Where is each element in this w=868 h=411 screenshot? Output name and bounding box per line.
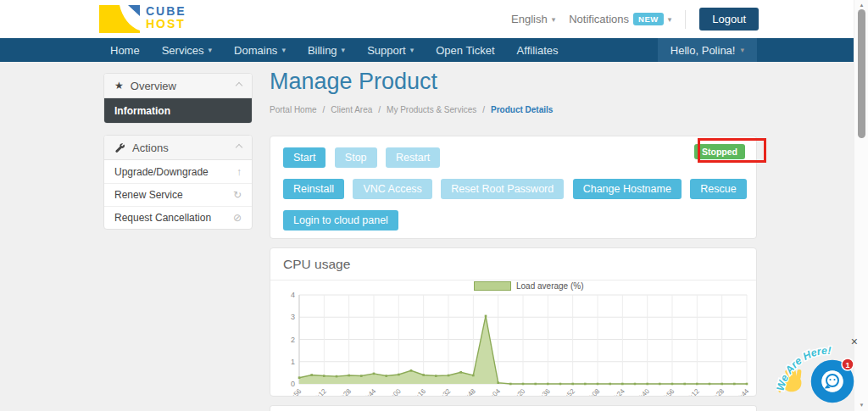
svg-text:10:21:56: 10:21:56 [286, 387, 303, 397]
scroll-up-icon[interactable]: ▲ [854, 3, 868, 8]
sidebar-item-request-cancellation[interactable]: Request Cancellation ⊘ [104, 206, 252, 229]
chat-widget[interactable]: We Are Here! 1 × [776, 332, 865, 410]
svg-text:1: 1 [845, 361, 849, 369]
svg-text:10:23:00: 10:23:00 [378, 387, 403, 397]
brand-line2: HOST [146, 18, 186, 31]
nav-item-affiliates[interactable]: Affiliates [506, 38, 570, 62]
nav-item-open-ticket[interactable]: Open Ticket [425, 38, 505, 62]
new-badge: NEW [633, 13, 664, 25]
overview-panel-header[interactable]: ★ Overview [104, 74, 252, 98]
svg-text:10:22:12: 10:22:12 [303, 387, 328, 397]
chevron-up-icon [236, 82, 242, 89]
cpu-usage-panel: CPU usage Load average (%) 0123410:21:56… [270, 247, 757, 397]
svg-text:10:25:56: 10:25:56 [652, 387, 676, 397]
chevron-up-icon [236, 144, 242, 151]
svg-text:2: 2 [291, 336, 295, 344]
nav-item-services[interactable]: Services▾ [151, 38, 223, 62]
sidebar-item-information[interactable]: Information [104, 98, 252, 123]
chat-notification-badge: 1 [842, 358, 854, 370]
caret-down-icon: ▾ [410, 46, 415, 54]
management-buttons-row: Reinstall VNC Access Reset Root Password… [283, 179, 743, 199]
caret-down-icon: ▾ [668, 15, 672, 24]
svg-text:10:23:32: 10:23:32 [428, 387, 453, 397]
cpu-usage-chart: 0123410:21:5610:22:1210:22:2810:22:4410:… [286, 287, 754, 397]
product-controls-panel: Start Stop Restart Reinstall VNC Access … [270, 136, 757, 239]
language-label: English [511, 13, 548, 25]
scrollbar-thumb[interactable] [858, 9, 865, 138]
svg-text:10:25:24: 10:25:24 [602, 387, 626, 397]
top-header: CUBE HOST English ▾ Notifications NEW ▾ … [0, 0, 854, 38]
next-panel-edge [270, 405, 757, 411]
chat-bubble-icon[interactable] [816, 365, 849, 397]
change-hostname-button[interactable]: Change Hostname [573, 179, 682, 199]
overview-panel: ★ Overview Information [103, 73, 253, 124]
main-navbar: Home Services▾ Domains▾ Billing▾ Support… [0, 38, 854, 62]
language-menu[interactable]: English ▾ [511, 13, 555, 25]
svg-text:10:24:36: 10:24:36 [527, 387, 552, 397]
svg-text:0: 0 [291, 380, 295, 388]
breadcrumb-separator: / [482, 105, 485, 114]
page: CUBE HOST English ▾ Notifications NEW ▾ … [0, 0, 868, 411]
svg-text:10:24:52: 10:24:52 [553, 387, 577, 397]
reset-root-password-button[interactable]: Reset Root Password [441, 179, 564, 199]
notifications-label: Notifications [569, 13, 629, 25]
sidebar-item-upgrade-downgrade[interactable]: Upgrade/Downgrade ↑ [104, 160, 252, 183]
svg-text:10:25:40: 10:25:40 [627, 387, 652, 397]
restart-button[interactable]: Restart [386, 147, 440, 168]
ban-icon: ⊘ [233, 212, 242, 224]
breadcrumb-portal-home[interactable]: Portal Home [270, 105, 317, 114]
user-menu[interactable]: Hello, Polina! ▾ [658, 38, 757, 62]
svg-text:10:26:12: 10:26:12 [676, 387, 701, 397]
breadcrumb-separator: / [323, 105, 326, 114]
caret-down-icon: ▾ [281, 46, 286, 54]
nav-item-domains[interactable]: Domains▾ [223, 38, 297, 62]
vnc-access-button[interactable]: VNC Access [353, 179, 431, 199]
caret-down-icon: ▾ [209, 46, 213, 54]
breadcrumb-separator: / [378, 105, 381, 114]
svg-text:4: 4 [291, 291, 295, 299]
page-title: Manage Product [270, 69, 437, 95]
content-area: ★ Overview Information Actions Upgrade/D… [0, 62, 854, 411]
caret-down-icon: ▾ [552, 15, 556, 24]
cubehost-logo-icon[interactable] [99, 5, 142, 33]
power-buttons-row: Start Stop Restart [283, 147, 743, 168]
login-cloud-panel-button[interactable]: Login to cloud panel [283, 210, 398, 230]
breadcrumb-client-area[interactable]: Client Area [331, 105, 372, 114]
nav-item-billing[interactable]: Billing▾ [297, 38, 356, 62]
breadcrumb-product-details[interactable]: Product Details [491, 105, 553, 114]
breadcrumb: Portal Home / Client Area / My Products … [270, 105, 553, 114]
brand-line1: CUBE [146, 5, 186, 18]
wrench-icon [114, 142, 125, 153]
svg-text:10:26:28: 10:26:28 [702, 387, 726, 397]
svg-text:10:22:28: 10:22:28 [329, 387, 353, 397]
panel-buttons-row: Login to cloud panel [283, 210, 743, 230]
star-icon: ★ [114, 80, 124, 92]
svg-text:10:22:44: 10:22:44 [353, 387, 378, 397]
logout-button[interactable]: Logout [699, 8, 759, 31]
svg-text:10:24:04: 10:24:04 [478, 387, 503, 397]
sidebar-item-renew-service[interactable]: Renew Service ↻ [104, 183, 252, 206]
svg-text:10:25:08: 10:25:08 [577, 387, 602, 397]
nav-item-support[interactable]: Support▾ [356, 38, 425, 62]
caret-down-icon: ▾ [740, 46, 744, 54]
notifications-menu[interactable]: Notifications NEW ▾ [569, 13, 671, 25]
header-divider [685, 10, 686, 29]
rescue-button[interactable]: Rescue [690, 179, 746, 199]
stop-button[interactable]: Stop [335, 147, 377, 168]
refresh-icon: ↻ [233, 189, 242, 201]
actions-panel-header[interactable]: Actions [104, 136, 252, 160]
brand-name[interactable]: CUBE HOST [146, 5, 186, 31]
reinstall-button[interactable]: Reinstall [283, 179, 344, 199]
overview-title: Overview [131, 80, 176, 92]
start-button[interactable]: Start [283, 147, 326, 168]
breadcrumb-my-products[interactable]: My Products & Services [387, 105, 476, 114]
svg-text:10:24:20: 10:24:20 [503, 387, 527, 397]
up-arrow-icon: ↑ [236, 166, 242, 178]
cpu-usage-title: CPU usage [270, 248, 756, 280]
svg-text:10:23:16: 10:23:16 [403, 387, 428, 397]
annotation-rectangle [698, 138, 766, 163]
actions-title: Actions [132, 142, 169, 154]
svg-text:10:23:48: 10:23:48 [453, 387, 477, 397]
close-icon[interactable]: × [851, 336, 858, 347]
nav-item-home[interactable]: Home [99, 38, 151, 62]
